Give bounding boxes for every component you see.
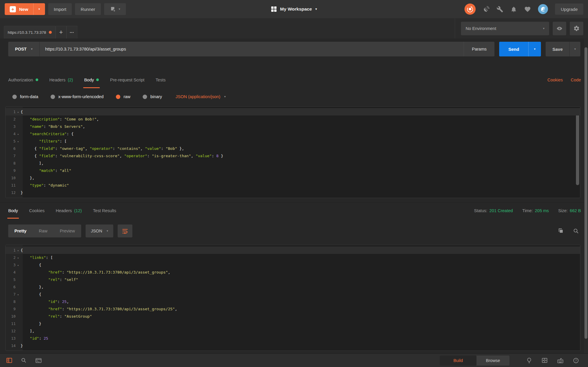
cookies-link[interactable]: Cookies	[547, 78, 563, 82]
view-pretty-button[interactable]: Pretty	[8, 229, 33, 233]
environment-select[interactable]: No Environment ▾	[461, 22, 549, 35]
favorites-heart-icon[interactable]	[524, 6, 531, 13]
radio-binary[interactable]: binary	[143, 94, 162, 99]
send-button[interactable]: Send	[499, 42, 528, 56]
view-preview-button[interactable]: Preview	[54, 229, 81, 233]
code-line[interactable]: 3 "name": "Bob's Servers",	[6, 123, 580, 130]
save-button[interactable]: Save	[546, 42, 569, 56]
code-line[interactable]: 4 "href": "https://10.3.71.73:3780/api/3…	[6, 269, 580, 276]
tab-headers[interactable]: Headers (2)	[49, 71, 73, 88]
workspace-switcher[interactable]: My Workspace ▾	[271, 6, 317, 12]
response-format-select[interactable]: JSON ▾	[86, 224, 114, 237]
code-line[interactable]: 4▾ "searchCriteria": {	[6, 130, 580, 138]
proxy-icon[interactable]	[483, 6, 489, 13]
code-line[interactable]: 7▾ {	[6, 291, 580, 298]
search-icon[interactable]	[573, 228, 579, 234]
tab-prerequest-script[interactable]: Pre-request Script	[110, 71, 144, 88]
request-body-editor[interactable]: 1▾{2 "description": "Come on Bob!",3 "na…	[5, 106, 580, 198]
code-line[interactable]: 11 "type": "dynamic"	[6, 182, 580, 189]
code-line[interactable]: 9 "match": "all"	[6, 167, 580, 174]
code-line[interactable]: 6 },	[6, 283, 580, 291]
radio-x-www-form-urlencoded[interactable]: x-www-form-urlencoded	[51, 94, 104, 99]
code-line[interactable]: 5 "rel": "self"	[6, 276, 580, 283]
response-toolbar: Pretty Raw Preview JSON ▾	[0, 219, 588, 245]
tab-authorization[interactable]: Authorization	[8, 71, 38, 88]
find-replace-icon[interactable]	[21, 357, 27, 364]
params-button[interactable]: Params	[464, 42, 494, 56]
fold-toggle-icon[interactable]: ▾	[16, 140, 21, 143]
console-icon[interactable]	[35, 357, 42, 364]
radio-raw[interactable]: raw	[116, 94, 130, 99]
import-button[interactable]: Import	[48, 3, 72, 15]
code-line[interactable]: 8 "id": 25,	[6, 298, 580, 305]
response-tab-body[interactable]: Body	[8, 202, 18, 219]
code-line[interactable]: 14}	[6, 342, 580, 349]
new-tab-button[interactable]: +	[56, 26, 66, 38]
tab-options-button[interactable]: •••	[66, 26, 77, 38]
code-line[interactable]: 1▾{	[6, 247, 580, 254]
code-line[interactable]: 10 },	[6, 174, 580, 182]
line-number: 11	[6, 321, 16, 326]
new-button[interactable]: + New	[5, 3, 33, 15]
main-scrollbar-thumb[interactable]	[584, 47, 587, 339]
tab-tests[interactable]: Tests	[156, 71, 166, 88]
radio-form-data[interactable]: form-data	[12, 94, 38, 99]
tips-lightbulb-icon[interactable]	[526, 357, 532, 364]
response-tab-test-results[interactable]: Test Results	[93, 202, 116, 219]
runner-button[interactable]: Runner	[75, 3, 101, 15]
code-line[interactable]: 13 "id": 25	[6, 335, 580, 342]
code-text: "href": "https://10.3.71.73:3780/api/3/a…	[21, 307, 177, 311]
wrap-lines-button[interactable]	[118, 224, 132, 237]
new-button-group: + New ▾	[5, 3, 45, 15]
code-line[interactable]: 5▾ "filters": [	[6, 138, 580, 145]
user-avatar[interactable]	[538, 4, 548, 14]
copy-icon[interactable]	[558, 228, 564, 234]
fold-toggle-icon[interactable]: ▾	[16, 263, 21, 267]
sync-status-icon[interactable]	[464, 4, 476, 15]
new-dropdown-button[interactable]: ▾	[33, 3, 45, 15]
settings-wrench-icon[interactable]	[497, 6, 503, 13]
code-line[interactable]: 10 "rel": "AssetGroup"	[6, 313, 580, 320]
main-scrollbar[interactable]	[584, 38, 588, 353]
view-raw-button[interactable]: Raw	[33, 229, 54, 233]
browse-toggle[interactable]: Browse	[477, 356, 509, 366]
code-line[interactable]: 2 "description": "Come on Bob!",	[6, 115, 580, 123]
send-dropdown-button[interactable]: ▾	[528, 42, 541, 56]
save-dropdown-button[interactable]: ▾	[569, 42, 580, 56]
build-toggle[interactable]: Build	[440, 356, 477, 366]
sidebar-toggle-icon[interactable]	[6, 357, 13, 364]
new-window-button[interactable]: ▾	[104, 3, 126, 15]
code-line[interactable]: 11 }	[6, 320, 580, 327]
fold-toggle-icon[interactable]: ▾	[16, 132, 21, 136]
notifications-bell-icon[interactable]	[510, 6, 517, 13]
fold-toggle-icon[interactable]: ▾	[16, 293, 21, 296]
url-input[interactable]: https://10.3.71.73:3780/api/3/asset_grou…	[40, 47, 464, 51]
code-line[interactable]: 1▾{	[6, 108, 580, 115]
code-line[interactable]: 12 ],	[6, 327, 580, 335]
code-line[interactable]: 2▾ "links": [	[6, 254, 580, 261]
code-line[interactable]: 12}	[6, 189, 580, 196]
tab-body[interactable]: Body	[84, 71, 99, 88]
upgrade-button[interactable]: Upgrade	[555, 4, 583, 15]
fold-toggle-icon[interactable]: ▾	[16, 110, 21, 114]
two-pane-layout-icon[interactable]	[541, 357, 548, 364]
environment-settings-button[interactable]	[570, 22, 583, 35]
response-tab-headers[interactable]: Headers (12)	[56, 202, 82, 219]
tab-label: Headers	[49, 78, 66, 82]
response-tab-cookies[interactable]: Cookies	[29, 202, 44, 219]
request-tab[interactable]: https://10.3.71.73:378	[4, 26, 56, 38]
code-line[interactable]: 7 { "field": "vulnerability-cvss-score",…	[6, 152, 580, 160]
environment-preview-button[interactable]	[553, 22, 566, 35]
fold-toggle-icon[interactable]: ▾	[16, 249, 21, 252]
code-line[interactable]: 9 "href": "https://10.3.71.73:3780/api/3…	[6, 305, 580, 313]
content-type-select[interactable]: JSON (application/json) ▾	[176, 94, 226, 99]
code-line[interactable]: 3▾ {	[6, 261, 580, 269]
code-line[interactable]: 6 { "field": "owner-tag", "operator": "c…	[6, 145, 580, 152]
response-body-editor[interactable]: 1▾{2▾ "links": [3▾ {4 "href": "https://1…	[5, 245, 580, 351]
help-icon[interactable]: ?	[573, 357, 579, 364]
code-line[interactable]: 8 ],	[6, 160, 580, 167]
code-link[interactable]: Code	[571, 78, 581, 82]
method-select[interactable]: POST ▾	[8, 42, 40, 56]
keyboard-shortcuts-icon[interactable]	[557, 357, 564, 364]
fold-toggle-icon[interactable]: ▾	[16, 256, 21, 259]
